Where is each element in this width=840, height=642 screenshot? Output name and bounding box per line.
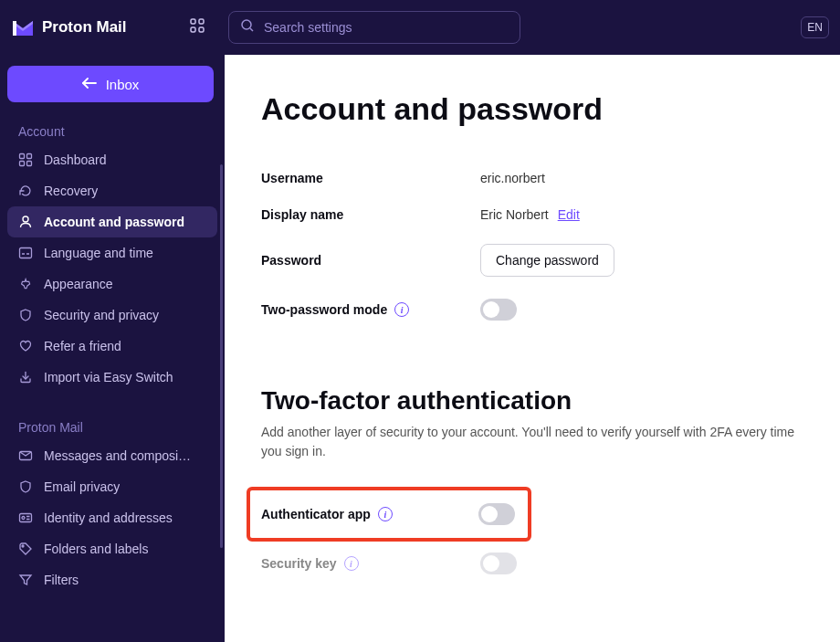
svg-rect-0 <box>13 21 16 36</box>
change-password-button[interactable]: Change password <box>480 244 614 277</box>
field-two-password-mode: Two-password mode i <box>261 299 803 321</box>
top-bar: Proton Mail EN <box>0 0 840 55</box>
shield-icon <box>18 308 33 322</box>
display-name-value: Eric Norbert <box>480 207 549 222</box>
sidebar-item-label: Folders and labels <box>44 542 148 556</box>
sidebar-item-label: Messages and composi… <box>44 448 191 463</box>
field-security-key: Security key i <box>261 553 803 574</box>
sidebar-item-label: Import via Easy Switch <box>44 370 173 384</box>
username-label: Username <box>261 171 480 185</box>
sidebar: Inbox Account Dashboard Recovery Account… <box>0 55 225 642</box>
svg-rect-13 <box>20 248 32 258</box>
proton-logo-icon <box>11 16 35 39</box>
svg-point-5 <box>242 20 251 29</box>
two-password-toggle[interactable] <box>480 299 517 321</box>
svg-point-19 <box>22 517 25 520</box>
sidebar-item-appearance[interactable]: Appearance <box>7 268 217 300</box>
security-key-label: Security key <box>261 556 337 571</box>
info-icon[interactable]: i <box>344 556 359 571</box>
sidebar-item-label: Filters <box>44 573 79 587</box>
sidebar-item-label: Account and password <box>44 215 184 229</box>
language-button[interactable]: EN <box>801 16 829 38</box>
user-icon <box>18 215 33 229</box>
search-settings[interactable] <box>228 11 520 44</box>
sidebar-item-label: Dashboard <box>44 153 107 167</box>
svg-marker-23 <box>20 575 31 584</box>
sidebar-item-filters[interactable]: Filters <box>7 564 217 595</box>
messages-icon <box>18 448 33 463</box>
dashboard-icon <box>18 153 33 167</box>
sidebar-item-folders-labels[interactable]: Folders and labels <box>7 533 217 564</box>
search-icon <box>240 18 255 37</box>
svg-point-22 <box>22 545 24 547</box>
sidebar-item-label: Email privacy <box>44 479 120 494</box>
display-name-label: Display name <box>261 207 480 222</box>
authenticator-toggle[interactable] <box>478 503 515 525</box>
sidebar-item-security-privacy[interactable]: Security and privacy <box>7 300 217 331</box>
sidebar-item-recovery[interactable]: Recovery <box>7 175 217 206</box>
sidebar-item-refer-friend[interactable]: Refer a friend <box>7 331 217 362</box>
filter-icon <box>18 573 33 587</box>
svg-rect-8 <box>20 154 25 159</box>
twofa-title: Two-factor authentication <box>261 386 803 416</box>
recovery-icon <box>18 184 33 198</box>
authenticator-highlight: Authenticator app i <box>247 487 531 542</box>
sidebar-item-label: Appearance <box>44 277 113 291</box>
security-key-toggle[interactable] <box>480 553 517 574</box>
appearance-icon <box>18 277 33 291</box>
page-title: Account and password <box>261 91 803 127</box>
edit-display-name-link[interactable]: Edit <box>558 207 580 222</box>
twofa-description: Add another layer of security to your ac… <box>261 423 803 461</box>
sidebar-section-mail: Proton Mail <box>7 415 217 440</box>
inbox-label: Inbox <box>106 77 140 92</box>
password-label: Password <box>261 253 480 268</box>
svg-rect-11 <box>27 162 32 166</box>
sidebar-item-label: Language and time <box>44 246 153 260</box>
svg-rect-9 <box>27 154 32 159</box>
tag-icon <box>18 542 33 556</box>
svg-point-12 <box>23 216 28 222</box>
search-input[interactable] <box>264 20 509 35</box>
info-icon[interactable]: i <box>394 302 409 317</box>
import-icon <box>18 370 33 384</box>
language-icon <box>18 246 33 260</box>
svg-line-6 <box>250 28 253 31</box>
apps-grid-button[interactable] <box>181 16 214 38</box>
svg-rect-3 <box>191 27 195 32</box>
svg-rect-2 <box>199 19 204 24</box>
sidebar-item-account-password[interactable]: Account and password <box>7 206 217 237</box>
sidebar-item-label: Refer a friend <box>44 339 121 353</box>
sidebar-item-dashboard[interactable]: Dashboard <box>7 144 217 175</box>
sidebar-item-label: Identity and addresses <box>44 510 173 525</box>
heart-icon <box>18 339 33 353</box>
inbox-button[interactable]: Inbox <box>7 66 214 102</box>
sidebar-item-label: Security and privacy <box>44 308 159 322</box>
sidebar-item-import[interactable]: Import via Easy Switch <box>7 362 217 393</box>
arrow-left-icon <box>82 77 97 92</box>
shield-icon <box>18 479 33 494</box>
main-content: Account and password Username eric.norbe… <box>225 55 840 642</box>
sidebar-item-label: Recovery <box>44 184 98 198</box>
identity-icon <box>18 510 33 525</box>
username-value: eric.norbert <box>480 171 545 185</box>
grid-icon <box>188 16 206 38</box>
brand-logo[interactable]: Proton Mail <box>11 16 166 39</box>
svg-rect-10 <box>20 162 25 166</box>
info-icon[interactable]: i <box>378 507 393 521</box>
sidebar-item-identity[interactable]: Identity and addresses <box>7 502 217 533</box>
brand-name: Proton Mail <box>42 18 127 37</box>
sidebar-section-account: Account <box>7 119 217 144</box>
sidebar-item-messages[interactable]: Messages and composi… <box>7 440 217 471</box>
authenticator-label: Authenticator app <box>261 507 371 521</box>
svg-rect-1 <box>191 19 195 24</box>
sidebar-item-email-privacy[interactable]: Email privacy <box>7 471 217 502</box>
svg-rect-4 <box>199 27 204 32</box>
two-password-label: Two-password mode <box>261 302 387 317</box>
field-username: Username eric.norbert <box>261 171 803 185</box>
field-password: Password Change password <box>261 244 803 277</box>
field-display-name: Display name Eric Norbert Edit <box>261 207 803 222</box>
sidebar-item-language-time[interactable]: Language and time <box>7 237 217 268</box>
